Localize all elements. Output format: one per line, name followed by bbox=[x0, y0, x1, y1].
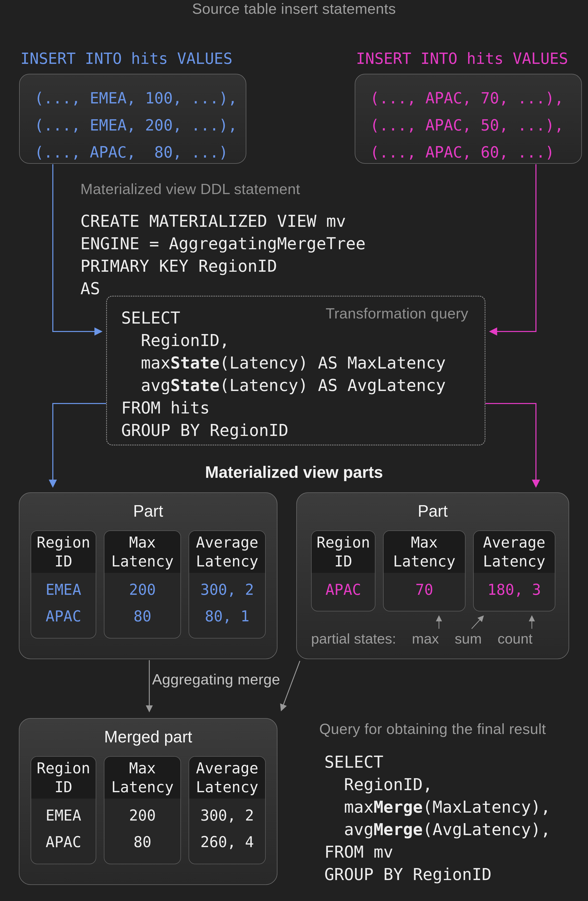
insert-left-box: (..., EMEA, 100, ...), (..., EMEA, 200, … bbox=[19, 74, 246, 164]
table-cell: 80 bbox=[104, 829, 180, 855]
table-column-avg-latency: Average Latency 180, 3 bbox=[473, 530, 555, 611]
table-cell: 80 bbox=[104, 603, 180, 630]
transform-code-line: avgState(Latency) AS AvgLatency bbox=[121, 374, 446, 397]
final-query-code-block: SELECT RegionID, maxMerge(MaxLatency), a… bbox=[324, 751, 551, 886]
merged-part-box: Merged part Region ID EMEA APAC Max Late… bbox=[19, 718, 277, 885]
ddl-code-line: PRIMARY KEY RegionID bbox=[80, 255, 366, 277]
transform-code-line: FROM hits bbox=[121, 397, 446, 419]
final-query-line: FROM mv bbox=[324, 841, 551, 863]
merged-part-title: Merged part bbox=[19, 727, 277, 746]
transform-code-line: RegionID, bbox=[121, 329, 446, 352]
transform-code-line: GROUP BY RegionID bbox=[121, 419, 446, 441]
final-query-line: avgMerge(AvgLatency), bbox=[324, 818, 551, 841]
mv-parts-heading: Materialized view parts bbox=[0, 463, 588, 482]
table-column-max-latency: Max Latency 200 80 bbox=[104, 530, 181, 639]
insert-right-box: (..., APAC, 70, ...), (..., APAC, 50, ..… bbox=[355, 74, 582, 164]
ddl-code-block: CREATE MATERIALIZED VIEW mv ENGINE = Agg… bbox=[80, 210, 366, 300]
part-title: Part bbox=[297, 502, 569, 521]
transform-code-line: maxState(Latency) AS MaxLatency bbox=[121, 352, 446, 374]
column-header: Average Latency bbox=[189, 531, 265, 573]
final-query-line: maxMerge(MaxLatency), bbox=[324, 796, 551, 818]
final-query-caption: Query for obtaining the final result bbox=[319, 720, 546, 737]
insert-left-row: (..., EMEA, 200, ...), bbox=[34, 112, 246, 139]
insert-left-label: INSERT INTO hits VALUES bbox=[20, 50, 232, 67]
table-cell: 180, 3 bbox=[474, 577, 555, 603]
table-column-avg-latency: Average Latency 300, 2 80, 1 bbox=[188, 530, 266, 639]
table-cell: 200 bbox=[104, 802, 180, 829]
source-inserts-caption: Source table insert statements bbox=[0, 0, 588, 17]
table-column-region: Region ID EMEA APAC bbox=[31, 756, 96, 864]
insert-right-row: (..., APAC, 50, ...), bbox=[370, 112, 581, 139]
column-header: Max Latency bbox=[104, 531, 180, 573]
table-cell: 300, 2 bbox=[189, 802, 265, 829]
table-cell: EMEA bbox=[31, 577, 96, 603]
insert-left-row: (..., EMEA, 100, ...), bbox=[34, 84, 246, 112]
table-cell: 200 bbox=[104, 577, 180, 603]
insert-right-row: (..., APAC, 60, ...) bbox=[370, 139, 581, 166]
table-cell: 70 bbox=[384, 577, 465, 603]
transform-code-line: SELECT bbox=[121, 307, 446, 329]
partial-state-count: count bbox=[498, 630, 533, 647]
table-cell: APAC bbox=[312, 577, 375, 603]
column-header: Region ID bbox=[312, 531, 375, 573]
part-box-left: Part Region ID EMEA APAC Max Latency 200… bbox=[19, 493, 277, 659]
insert-right-label: INSERT INTO hits VALUES bbox=[356, 50, 568, 67]
arrow-part-right-to-merged bbox=[281, 661, 300, 711]
transformation-code-block: SELECT RegionID, maxState(Latency) AS Ma… bbox=[121, 307, 446, 441]
table-cell: APAC bbox=[31, 603, 96, 630]
partial-state-sum: sum bbox=[455, 630, 482, 647]
table-column-region: Region ID EMEA APAC bbox=[31, 530, 96, 639]
column-header: Average Latency bbox=[189, 757, 265, 798]
table-cell: APAC bbox=[31, 829, 96, 855]
final-query-line: SELECT bbox=[324, 751, 551, 773]
table-column-max-latency: Max Latency 200 80 bbox=[104, 756, 181, 864]
insert-left-row: (..., APAC, 80, ...) bbox=[34, 139, 246, 166]
insert-right-row: (..., APAC, 70, ...), bbox=[370, 84, 581, 112]
transformation-query-box: Transformation query SELECT RegionID, ma… bbox=[106, 296, 485, 446]
table-column-max-latency: Max Latency 70 bbox=[383, 530, 465, 611]
aggregating-merge-label: Aggregating merge bbox=[152, 671, 280, 688]
column-header: Region ID bbox=[31, 757, 96, 798]
final-query-line: RegionID, bbox=[324, 773, 551, 796]
table-cell: EMEA bbox=[31, 802, 96, 829]
final-query-line: GROUP BY RegionID bbox=[324, 863, 551, 886]
ddl-code-line: ENGINE = AggregatingMergeTree bbox=[80, 232, 366, 255]
column-header: Average Latency bbox=[474, 531, 555, 573]
part-box-right: Part Region ID APAC Max Latency 70 Avera… bbox=[296, 493, 569, 659]
part-title: Part bbox=[19, 502, 277, 521]
partial-states-label: partial states: bbox=[311, 630, 396, 647]
table-column-region: Region ID APAC bbox=[311, 530, 375, 611]
table-column-avg-latency: Average Latency 300, 2 260, 4 bbox=[188, 756, 266, 864]
table-cell: 300, 2 bbox=[189, 577, 265, 603]
ddl-code-line: CREATE MATERIALIZED VIEW mv bbox=[80, 210, 366, 232]
column-header: Max Latency bbox=[384, 531, 465, 573]
partial-states-caption-row: partial states: max sum count bbox=[311, 630, 533, 647]
diagram-canvas: Source table insert statements INSERT IN… bbox=[0, 0, 588, 901]
ddl-caption: Materialized view DDL statement bbox=[80, 180, 300, 197]
column-header: Max Latency bbox=[104, 757, 180, 798]
table-cell: 260, 4 bbox=[189, 829, 265, 855]
partial-state-max: max bbox=[412, 630, 439, 647]
column-header: Region ID bbox=[31, 531, 96, 573]
arrow-insert-right-to-query bbox=[490, 164, 536, 332]
table-cell: 80, 1 bbox=[189, 603, 265, 630]
